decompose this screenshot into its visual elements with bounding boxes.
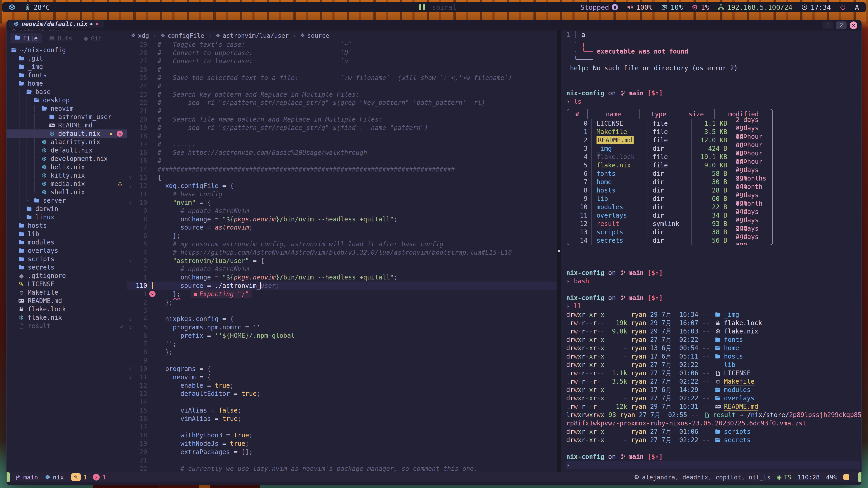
gpu-widget[interactable]: 10%	[661, 3, 683, 11]
breadcrumb-item-astronvim/lua/user[interactable]: ❖astronvim/lua/user	[216, 32, 289, 39]
code-line[interactable]: 15#	[127, 157, 557, 165]
tree-item-README.md[interactable]: │ │ │ │ README.md	[6, 121, 127, 129]
breadcrumb-item-xdg[interactable]: ❖xdg	[131, 32, 149, 39]
terminal-tab-1[interactable]: 1	[823, 22, 833, 29]
clock-widget[interactable]: 17:34	[801, 3, 831, 11]
temperature-widget[interactable]: 28°C	[24, 3, 50, 11]
tree-item-home[interactable]: home	[6, 79, 127, 88]
tree-item-desktop[interactable]: │ │ desktop	[6, 96, 127, 104]
fold-chevron-icon[interactable]: ∨	[127, 183, 133, 189]
power-icon[interactable]	[839, 4, 846, 11]
tree-item-flake.lock[interactable]: flake.lock	[6, 305, 127, 313]
code-line[interactable]: ∨4 nixpkgs.config = {	[127, 315, 557, 323]
code-line[interactable]: 20# Search file name pattern and Replace…	[127, 115, 557, 124]
tree-item-result[interactable]: result○	[6, 322, 127, 330]
tree-item-.git[interactable]: .git	[6, 54, 127, 63]
tree-item-darwin[interactable]: │ darwin	[6, 205, 127, 213]
code-line[interactable]: 18 withPython3 = true;	[127, 431, 557, 440]
explorer-tab-git[interactable]: ◆Git	[79, 34, 107, 43]
diagnostic-error-icon[interactable]: ✕	[117, 131, 123, 137]
code-line[interactable]: 19 withNodeJs = true;	[127, 440, 557, 448]
tree-item-.gitignore[interactable]: ◆.gitignore	[6, 271, 127, 280]
keyboard-layout-indicator[interactable]: A	[855, 3, 859, 11]
tree-item-flake.nix[interactable]: ❆flake.nix	[6, 313, 127, 322]
tree-item-lib[interactable]: lib	[6, 230, 127, 238]
code-line[interactable]: 28# Convert to uppercase: `U`	[127, 49, 557, 57]
tree-item-README.md[interactable]: README.md	[6, 297, 127, 305]
fold-chevron-icon[interactable]: ∨	[127, 316, 133, 322]
code-line[interactable]: 5 # my cusotom astronvim config, astronv…	[127, 240, 557, 248]
code-area[interactable]: 29# Toggle text's case: `~`28# Convert t…	[127, 40, 557, 473]
code-line[interactable]: 29# Toggle text's case: `~`	[127, 40, 557, 49]
tree-item-base[interactable]: │ base	[6, 88, 127, 96]
modified-count-widget[interactable]: ✎ 1	[71, 473, 87, 481]
git-branch-widget[interactable]: main	[15, 474, 38, 481]
window-split[interactable]	[557, 31, 561, 473]
media-widget[interactable]: spiral	[419, 3, 456, 11]
tree-item-server[interactable]: │ └ server	[6, 196, 127, 205]
fold-chevron-icon[interactable]: ∨	[127, 366, 133, 371]
code-line[interactable]: ∨13{	[127, 173, 557, 182]
buffer-tab-neovim/default.nix[interactable]: ❆neovim/default.nix●×	[9, 20, 104, 28]
code-line[interactable]: 21#	[127, 107, 557, 115]
code-line[interactable]: ∨12 xdg.configFile = {	[127, 182, 557, 190]
code-line[interactable]: ∨10 programs = {	[127, 365, 557, 373]
tree-item-shell.nix[interactable]: │ │ └ ❆shell.nix	[6, 188, 127, 196]
code-line[interactable]: 18#	[127, 132, 557, 140]
explorer-tab-file[interactable]: File	[10, 33, 42, 43]
tree-item-fonts[interactable]: fonts	[6, 71, 127, 79]
code-line[interactable]: ∨10 "nvim" = {	[127, 198, 557, 207]
code-line[interactable]: 9	[127, 356, 557, 365]
code-line[interactable]: 22 # currently we use lazy.nvim as neovi…	[127, 464, 557, 473]
tree-item-helix.nix[interactable]: │ │ │ ❆helix.nix	[6, 163, 127, 171]
tree-item-alacritty.nix[interactable]: │ │ │ ❆alacritty.nix	[6, 138, 127, 146]
terminal-pane[interactable]: 1 │ a · ┬ · ╰── executable was not found…	[561, 31, 862, 473]
cpu-widget[interactable]: 1%	[691, 3, 709, 11]
tree-item-default.nix[interactable]: │ │ │ ❆default.nix	[6, 146, 127, 155]
code-line[interactable]: 26#	[127, 65, 557, 74]
code-line[interactable]: 16# See https://astronvim.com/Basic%20Us…	[127, 149, 557, 157]
code-line[interactable]: 3	[127, 306, 557, 315]
code-line[interactable]: 11 # base config	[127, 190, 557, 198]
code-line[interactable]: 27# Convert to lowercase: `u`	[127, 57, 557, 66]
volume-widget[interactable]: 100%	[627, 3, 652, 11]
code-line[interactable]: 19# sed -ri "s/pattern_str/replace_str/g…	[127, 124, 557, 132]
code-line[interactable]: 7 '';	[127, 340, 557, 348]
terminal-close-button[interactable]: ×	[850, 22, 857, 29]
tree-item-linux[interactable]: └ linux	[6, 213, 127, 221]
code-line[interactable]: 6 };	[127, 232, 557, 240]
code-line[interactable]: 14	[127, 398, 557, 406]
tab-close-icon[interactable]: ×	[95, 20, 99, 28]
code-line[interactable]: 16 vimAlias = true;	[127, 415, 557, 423]
code-line[interactable]: ∨3 "astronvim/lua/user" = {	[127, 257, 557, 265]
tree-item-scripts[interactable]: scripts	[6, 255, 127, 263]
code-line[interactable]: 13 defaultEditor = true;	[127, 390, 557, 398]
code-line[interactable]: 2 # update AstroNvim	[127, 265, 557, 273]
code-line[interactable]: ∨5 programs.npm.npmrc = ''	[127, 323, 557, 331]
breadcrumb-item-configFile[interactable]: ❖configFile	[160, 32, 204, 39]
tree-item-_img[interactable]: _img	[6, 63, 127, 71]
tree-item-neovim[interactable]: │ │ │ neovim	[6, 104, 127, 113]
code-line[interactable]: 25# Save the selected text to a file: `:…	[127, 74, 557, 82]
fold-chevron-icon[interactable]: ∨	[127, 175, 133, 180]
code-line[interactable]: 110 source = ./astronvim_user;	[127, 282, 557, 290]
tree-item-kitty.nix[interactable]: │ │ │ ❆kitty.nix	[6, 171, 127, 180]
vm-status-widget[interactable]: Stopped	[581, 3, 618, 11]
code-line[interactable]: 14######################################…	[127, 165, 557, 173]
code-line[interactable]: 4 # https://github.com/AstroNvim/AstroNv…	[127, 248, 557, 257]
tree-item-hosts[interactable]: hosts	[6, 221, 127, 230]
code-line[interactable]: 23# Search key pattern and Replace in Mu…	[127, 90, 557, 99]
code-line[interactable]: 1✕ };■Expecting ";"	[127, 290, 557, 298]
breadcrumb-item-source[interactable]: ❖source	[300, 32, 329, 39]
code-line[interactable]: 9 # update AstroNvim	[127, 207, 557, 215]
tree-item-~/nix-config[interactable]: ~/nix-config	[6, 46, 127, 54]
code-line[interactable]: 21	[127, 456, 557, 464]
fold-chevron-icon[interactable]: ∨	[127, 324, 133, 330]
terminal-tab-2[interactable]: 2	[836, 22, 846, 29]
fold-chevron-icon[interactable]: ∨	[127, 258, 133, 263]
code-line[interactable]: 15 viAlias = false;	[127, 406, 557, 415]
network-widget[interactable]: 192.168.5.100/24	[718, 3, 793, 11]
code-line[interactable]: 20 extraPackages = [];	[127, 448, 557, 456]
tree-item-secrets[interactable]: secrets	[6, 263, 127, 271]
code-line[interactable]: 24#	[127, 82, 557, 90]
